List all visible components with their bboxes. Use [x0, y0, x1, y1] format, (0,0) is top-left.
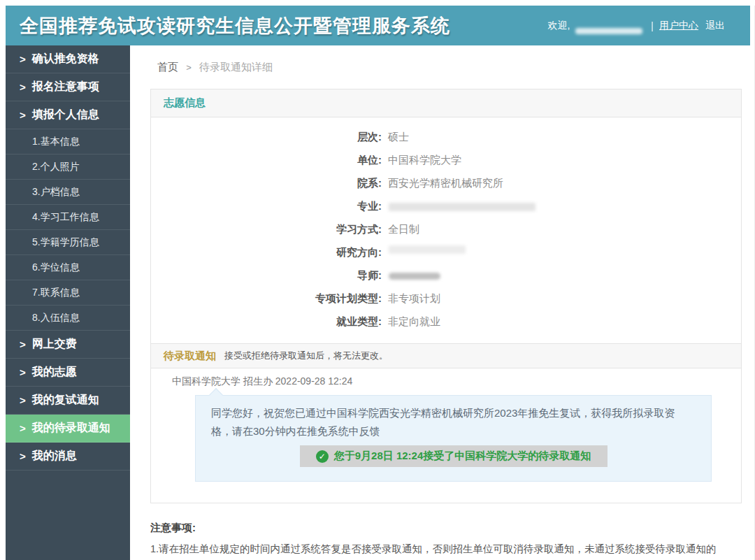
message-body: 同学您好，祝贺您已通过中国科学院西安光学精密机械研究所2023年推免生复试，获得…: [211, 404, 696, 440]
sidebar-item-my-volunteer[interactable]: >我的志愿: [6, 359, 130, 387]
check-icon: ✓: [316, 450, 329, 463]
volunteer-fields: 层次:硕士单位:中国科学院大学院系:西安光学精密机械研究所专业:学习方式:全日制…: [151, 117, 741, 343]
chevron-icon: >: [20, 422, 26, 434]
user-area: 欢迎, | 用户中心 退出: [547, 17, 750, 34]
sidebar-item-label: 我的志愿: [32, 365, 77, 380]
field-value: 中国科学院大学: [388, 154, 461, 167]
user-center-link[interactable]: 用户中心: [659, 20, 698, 32]
sidebar-item-degree-info[interactable]: 6.学位信息: [6, 255, 130, 280]
sidebar-item-label: 填报个人信息: [32, 108, 99, 122]
sidebar-item-application-notes[interactable]: >报名注意事项: [6, 73, 130, 101]
sidebar-item-label: 1.基本信息: [32, 136, 80, 148]
sidebar-item-label: 我的消息: [32, 449, 77, 464]
field-row-supervisor: 导师:: [151, 264, 741, 287]
chevron-icon: >: [20, 53, 26, 65]
detail-panel: 志愿信息 层次:硕士单位:中国科学院大学院系:西安光学精密机械研究所专业:学习方…: [150, 89, 742, 503]
field-row-employment-type: 就业类型:非定向就业: [151, 310, 741, 333]
sidebar-item-my-pending-admission-notice[interactable]: >我的待录取通知: [6, 415, 130, 443]
breadcrumb: 首页 > 待录取通知详细: [130, 45, 754, 74]
field-value-redacted: [389, 245, 466, 254]
sidebar-item-basic-info[interactable]: 1.基本信息: [6, 129, 130, 155]
message-area: 中国科学院大学 招生办 2022-09-28 12:24 同学您好，祝贺您已通过…: [151, 368, 741, 503]
sidebar-item-label: 确认推免资格: [32, 52, 99, 66]
app-header: 全国推荐免试攻读研究生信息公开暨管理服务系统 欢迎, | 用户中心 退出: [6, 6, 750, 45]
field-row-study-mode: 学习方式:全日制: [151, 218, 741, 241]
sidebar-item-personal-photo[interactable]: 2.个人照片: [6, 155, 130, 180]
sidebar-item-label: 我的待录取通知: [32, 421, 110, 436]
chevron-icon: >: [20, 338, 26, 350]
chevron-icon: >: [20, 450, 26, 462]
field-label: 院系:: [151, 177, 382, 190]
breadcrumb-separator-icon: >: [186, 62, 192, 73]
breadcrumb-home[interactable]: 首页: [157, 61, 178, 73]
sidebar-item-my-retest-notice[interactable]: >我的复试通知: [6, 387, 130, 415]
field-label: 导师:: [151, 269, 382, 282]
header-divider: |: [651, 20, 654, 31]
notes-line: 1.请在招生单位规定的时间内通过系统答复是否接受录取通知，否则招生单位可取消待录…: [150, 543, 750, 556]
pending-admission-header: 待录取通知 接受或拒绝待录取通知后，将无法更改。: [151, 343, 741, 368]
sidebar-item-label: 7.联系信息: [32, 287, 80, 299]
field-label: 学习方式:: [151, 223, 382, 236]
sidebar-item-label: 5.学籍学历信息: [32, 236, 99, 249]
field-value: 西安光学精密机械研究所: [388, 177, 503, 190]
sidebar-item-online-payment[interactable]: >网上交费: [6, 331, 130, 359]
field-row-department: 院系:西安光学精密机械研究所: [151, 172, 741, 195]
breadcrumb-current: 待录取通知详细: [199, 61, 273, 73]
field-row-unit: 单位:中国科学院大学: [151, 149, 741, 172]
sidebar-item-student-status-info[interactable]: 5.学籍学历信息: [6, 230, 130, 255]
chevron-icon: >: [20, 81, 26, 93]
body-row: >确认推免资格>报名注意事项>填报个人信息1.基本信息2.个人照片3.户档信息4…: [6, 45, 754, 560]
chevron-icon: >: [20, 366, 26, 378]
sidebar-item-fill-personal-info[interactable]: >填报个人信息: [6, 101, 130, 129]
field-value: 非定向就业: [388, 315, 440, 329]
message-bubble: 同学您好，祝贺您已通过中国科学院西安光学精密机械研究所2023年推免生复试，获得…: [195, 395, 712, 482]
field-label: 就业类型:: [151, 315, 382, 329]
field-value: 硕士: [388, 131, 409, 144]
field-value: 全日制: [388, 223, 419, 236]
sidebar-item-label: 6.学位信息: [32, 261, 80, 274]
chevron-icon: >: [20, 109, 26, 121]
field-value: 非专项计划: [388, 292, 440, 306]
chevron-icon: >: [20, 394, 26, 406]
sidebar-item-enlistment-info[interactable]: 8.入伍信息: [6, 306, 130, 331]
sidebar-item-label: 3.户档信息: [32, 186, 80, 199]
sidebar-item-study-work-info[interactable]: 4.学习工作信息: [6, 205, 130, 230]
message-sender: 中国科学院大学 招生办 2022-09-28 12:24: [165, 375, 727, 388]
sidebar-item-label: 4.学习工作信息: [32, 211, 99, 224]
field-label: 层次:: [151, 131, 382, 144]
sidebar-item-contact-info[interactable]: 7.联系信息: [6, 280, 130, 306]
sidebar-item-hukou-file-info[interactable]: 3.户档信息: [6, 180, 130, 205]
field-row-level: 层次:硕士: [151, 126, 741, 149]
pending-admission-note: 接受或拒绝待录取通知后，将无法更改。: [224, 350, 388, 362]
logout-link[interactable]: 退出: [705, 20, 725, 32]
sidebar-item-label: 我的复试通知: [32, 393, 99, 408]
field-label: 专项计划类型:: [151, 292, 382, 306]
sidebar-item-label: 网上交费: [32, 337, 77, 352]
field-label: 研究方向:: [151, 246, 382, 259]
accept-status-bar: ✓ 您于9月28日 12:24接受了中国科学院大学的待录取通知: [300, 445, 607, 467]
volunteer-info-title: 志愿信息: [164, 96, 206, 110]
field-row-special-plan-type: 专项计划类型:非专项计划: [151, 287, 741, 310]
welcome-text: 欢迎,: [547, 20, 570, 32]
sidebar-item-my-messages[interactable]: >我的消息: [6, 443, 130, 471]
field-row-major: 专业:: [151, 195, 741, 218]
username-redacted: [575, 28, 642, 34]
notes-title: 注意事项:: [150, 522, 750, 535]
page: 全国推荐免试攻读研究生信息公开暨管理服务系统 欢迎, | 用户中心 退出 >确认…: [0, 6, 755, 560]
volunteer-info-header: 志愿信息: [151, 89, 741, 117]
pending-admission-title: 待录取通知: [164, 350, 216, 363]
sidebar: >确认推免资格>报名注意事项>填报个人信息1.基本信息2.个人照片3.户档信息4…: [6, 45, 130, 560]
app-title: 全国推荐免试攻读研究生信息公开暨管理服务系统: [6, 13, 450, 38]
field-label: 单位:: [151, 154, 382, 167]
main-content: 首页 > 待录取通知详细 志愿信息 层次:硕士单位:中国科学院大学院系:西安光学…: [130, 45, 754, 560]
accept-status-text: 您于9月28日 12:24接受了中国科学院大学的待录取通知: [334, 450, 591, 463]
field-value-redacted: [389, 273, 440, 280]
sidebar-item-label: 报名注意事项: [32, 80, 99, 94]
field-value-redacted: [389, 203, 535, 211]
field-label: 专业:: [151, 200, 382, 213]
notes-section: 注意事项: 1.请在招生单位规定的时间内通过系统答复是否接受录取通知，否则招生单…: [150, 522, 750, 556]
sidebar-item-label: 2.个人照片: [32, 161, 80, 173]
field-row-research-direction: 研究方向:: [151, 241, 741, 264]
sidebar-item-label: 8.入伍信息: [32, 312, 80, 324]
sidebar-item-confirm-eligibility[interactable]: >确认推免资格: [6, 45, 130, 73]
